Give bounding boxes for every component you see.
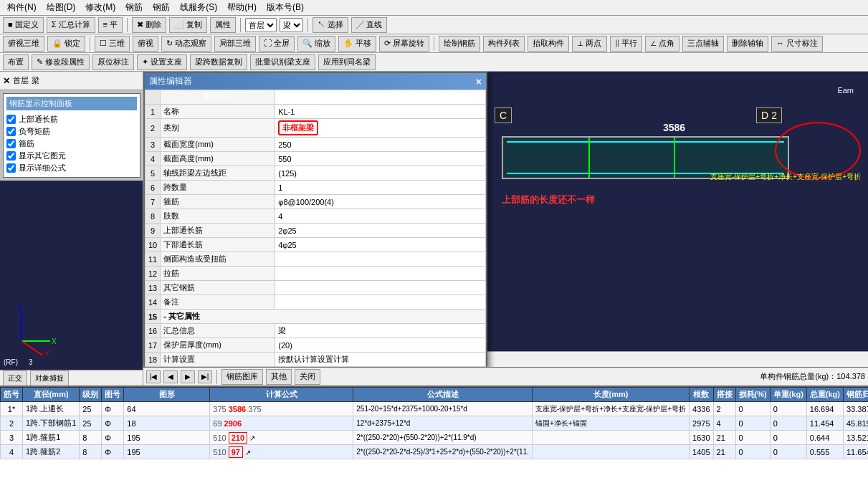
menu-item-gj2[interactable]: 钢筋: [121, 0, 147, 15]
rebar-num: 4: [1, 445, 23, 459]
menu-item-xs[interactable]: 钢筋: [148, 0, 174, 15]
rebar-top: [507, 141, 784, 143]
col-grade: 级别: [80, 388, 102, 402]
rebar-desc: [533, 445, 690, 459]
apply-same-btn[interactable]: 应用到同名梁: [318, 54, 376, 70]
prop-close-btn[interactable]: ×: [476, 76, 482, 87]
type-select[interactable]: 梁: [280, 18, 303, 32]
prop-row-val[interactable]: 550: [275, 152, 486, 166]
delete-btn[interactable]: ✖ 删除: [132, 17, 166, 33]
close-btn[interactable]: 关闭: [295, 369, 320, 385]
cad-view[interactable]: 属性编辑器 × 属性名称 属性值: [143, 72, 868, 367]
prop-row-val[interactable]: KL-1: [275, 105, 486, 119]
prop-row-val[interactable]: 1: [275, 181, 486, 195]
ortho-btn[interactable]: 正交: [3, 370, 27, 386]
toolbar3: 布置 ✎ 修改段属性 原位标注 ✦ 设置支座 梁跨数据复制 批量识别梁支座 应用…: [0, 53, 868, 72]
parallel-btn[interactable]: ∥ 平行: [610, 36, 642, 52]
snap-btn[interactable]: 对象捕捉: [30, 370, 69, 386]
rebar-shape: 69 2906: [210, 416, 353, 431]
prop-btn[interactable]: 属性: [210, 17, 236, 33]
batch-support-btn[interactable]: 批量识别梁支座: [250, 54, 315, 70]
prop-row-val[interactable]: [275, 295, 486, 310]
3d-btn[interactable]: ☐ 三维: [95, 36, 130, 52]
prop-row-val[interactable]: (125): [275, 166, 486, 181]
nav-last-btn[interactable]: ▶|: [198, 370, 212, 383]
select-btn[interactable]: ↖ 选择: [313, 17, 348, 33]
prop-row-name: 截面高度(mm): [161, 152, 275, 166]
check-upper[interactable]: 上部通长筋: [6, 113, 137, 125]
view-num: 3: [29, 358, 33, 366]
left-side: ✕ 首层 梁 钢筋显示控制面板 上部通长筋 负弯矩筋 箍筋: [0, 72, 143, 386]
menu-item-xg[interactable]: 修改(M): [81, 0, 120, 15]
draw-rebar-btn[interactable]: 绘制钢筋: [439, 36, 480, 52]
prop-row-val: (20): [275, 338, 486, 353]
prop-title-bar[interactable]: 属性编辑器 ×: [145, 73, 486, 90]
prop-row-val[interactable]: φ8@100/200(4): [275, 195, 486, 209]
topview-btn[interactable]: 俯视: [133, 36, 158, 52]
view3d-btn[interactable]: 俯视三维: [3, 36, 44, 52]
set-support-btn[interactable]: ✦ 设置支座: [137, 54, 187, 70]
copy-span-btn[interactable]: 梁跨数据复制: [190, 54, 247, 70]
prop-row-val[interactable]: 250: [275, 138, 486, 152]
close-x[interactable]: ✕: [3, 76, 10, 86]
threepoint-btn[interactable]: 三点辅轴: [682, 36, 724, 52]
other-btn[interactable]: 其他: [266, 369, 292, 385]
local3d-btn[interactable]: 局部三维: [214, 36, 256, 52]
prop-row-name: 名称: [161, 105, 275, 119]
floor-select[interactable]: 首层: [245, 18, 277, 32]
axis-indicator: X Z Y: [7, 298, 65, 355]
menu-item-bb[interactable]: 帮助(H): [223, 0, 261, 15]
twopoint-btn[interactable]: ⊥ 两点: [572, 36, 606, 52]
in-place-btn[interactable]: 原位标注: [92, 54, 134, 70]
nav-next-btn[interactable]: ▶: [181, 370, 195, 383]
layout-btn[interactable]: 布置: [3, 54, 29, 70]
prop-row-val[interactable]: 4: [275, 209, 486, 224]
col-totalw: 总重(kg): [806, 388, 843, 402]
prop-row-val[interactable]: [275, 267, 486, 281]
dynamic-btn[interactable]: ↻ 动态观察: [161, 36, 211, 52]
avg-btn[interactable]: ≡ 平: [98, 17, 123, 33]
fullscreen-btn[interactable]: ⛶ 全屏: [259, 36, 295, 52]
rebar-lap: 0: [735, 445, 770, 459]
sep4: [90, 37, 90, 51]
zoom-btn[interactable]: 🔍 缩放: [297, 36, 335, 52]
prop-row-val[interactable]: [275, 281, 486, 295]
rebar-unitw: 0.644: [806, 431, 843, 445]
angle-btn[interactable]: ∠ 点角: [645, 36, 679, 52]
check-show-other[interactable]: 显示其它图元: [6, 150, 137, 162]
prop-row-num: 15: [146, 310, 161, 324]
prop-scroll[interactable]: 属性名称 属性值 1名称KL-12类别非框架梁3截面宽度(mm)2504截面高度…: [145, 90, 486, 367]
dim-btn[interactable]: ↔ 尺寸标注: [771, 36, 823, 52]
lock-btn[interactable]: 🔒 锁定: [47, 36, 85, 52]
prop-row-val[interactable]: 非框架梁: [275, 119, 486, 138]
menu-item-bz[interactable]: 线服务(S): [176, 0, 221, 15]
prop-row-name: 汇总信息: [161, 324, 275, 338]
define-btn[interactable]: ■ 国定义: [3, 17, 44, 33]
prop-row-val[interactable]: 2φ25: [275, 224, 486, 238]
sum-btn[interactable]: Σ 汇总计算: [47, 17, 95, 33]
rebar-barnum: 1跨.箍筋2: [23, 445, 80, 459]
nav-first-btn[interactable]: |◀: [146, 370, 161, 383]
check-stirrup[interactable]: 箍筋: [6, 138, 137, 150]
rotate-btn[interactable]: ⟳ 屏幕旋转: [379, 36, 429, 52]
check-neg[interactable]: 负弯矩筋: [6, 125, 137, 138]
copy-btn[interactable]: ⬜ 复制: [169, 17, 207, 33]
prop-row-num: 17: [146, 338, 161, 353]
delaux-btn[interactable]: 删除辅轴: [727, 36, 768, 52]
menu-item-gj[interactable]: 构件(N): [3, 0, 41, 15]
prop-row-val[interactable]: [275, 252, 486, 267]
check-show-formula[interactable]: 显示详细公式: [6, 162, 137, 174]
member-list-btn[interactable]: 构件列表: [483, 36, 525, 52]
prop-row-val[interactable]: 4φ25: [275, 238, 486, 252]
nav-prev-btn[interactable]: ◀: [163, 370, 178, 383]
modify-seg-btn[interactable]: ✎ 修改段属性: [32, 54, 90, 70]
line-btn[interactable]: ╱ 直线: [351, 17, 387, 33]
rebar-lib-btn[interactable]: 钢筋图库: [221, 369, 263, 385]
pick-btn[interactable]: 抬取构件: [528, 36, 569, 52]
rebar-diam: 25: [80, 402, 102, 416]
menu-item-ht[interactable]: 绘图(D): [42, 0, 80, 15]
prop-row-num: 18: [146, 353, 161, 367]
pan-btn[interactable]: ✋ 平移: [338, 36, 376, 52]
menu-item-xjbg[interactable]: 版本号(B): [262, 0, 308, 15]
prop-row-num: 16: [146, 324, 161, 338]
